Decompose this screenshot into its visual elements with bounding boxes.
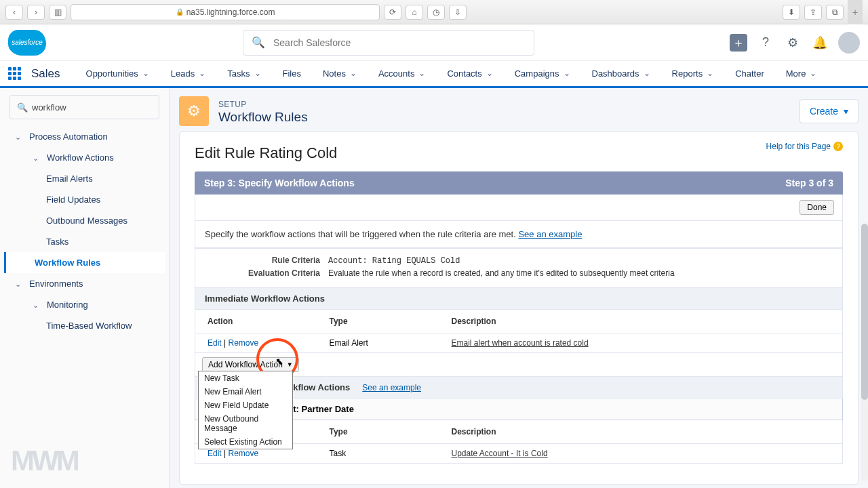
menu-new-outbound-message[interactable]: New Outbound Message xyxy=(199,412,292,435)
tree-time-based-workflow[interactable]: Time-Based Workflow xyxy=(4,315,165,336)
search-icon: 🔍 xyxy=(17,102,28,113)
remove-link[interactable]: Remove xyxy=(228,449,258,458)
sidebar-toggle[interactable]: ▥ xyxy=(49,5,66,20)
watermark: MWM xyxy=(11,445,77,477)
setup-gear-icon: ⚙ xyxy=(179,96,209,126)
global-add-icon[interactable]: ＋ xyxy=(730,34,747,52)
row-type: Task xyxy=(317,444,439,464)
app-name: Sales xyxy=(31,67,60,81)
row-description[interactable]: Email alert when account is rated cold xyxy=(452,338,589,348)
eval-criteria-label: Evaluation Criteria xyxy=(205,268,320,278)
global-search[interactable]: 🔍 xyxy=(243,30,534,56)
help-icon[interactable]: ? xyxy=(757,34,774,52)
share-icon[interactable]: ⇪ xyxy=(804,5,822,20)
downloads-button[interactable]: ⇩ xyxy=(449,5,467,20)
nav-more[interactable]: More xyxy=(775,61,828,86)
rule-criteria-value: Account: Rating EQUALS Cold xyxy=(328,256,460,266)
back-button[interactable]: ‹ xyxy=(5,5,23,20)
edit-link[interactable]: Edit xyxy=(208,449,222,458)
help-link[interactable]: Help for this Page? xyxy=(766,142,843,151)
app-nav: Sales Opportunities Leads Tasks Files No… xyxy=(0,61,868,88)
tree-outbound-messages[interactable]: Outbound Messages xyxy=(4,210,165,231)
tree-field-updates[interactable]: Field Updates xyxy=(4,189,165,210)
url-bar[interactable]: 🔒 na35.lightning.force.com xyxy=(71,4,380,20)
table-row: Edit | Remove Email Alert Email alert wh… xyxy=(195,333,843,353)
lock-icon: 🔒 xyxy=(176,8,184,16)
search-icon: 🔍 xyxy=(252,36,265,49)
browser-toolbar: ‹ › ▥ 🔒 na35.lightning.force.com ⟳ ⌂ ◷ ⇩… xyxy=(0,0,868,24)
tree-process-automation[interactable]: Process Automation xyxy=(4,126,165,147)
create-button[interactable]: Create▾ xyxy=(800,99,859,123)
tree-tasks[interactable]: Tasks xyxy=(4,231,165,252)
main-panel: Edit Rule Rating Cold Help for this Page… xyxy=(179,131,859,485)
rule-criteria-label: Rule Criteria xyxy=(205,256,320,266)
row-type: Email Alert xyxy=(317,333,439,353)
notifications-icon[interactable]: 🔔 xyxy=(811,34,829,52)
history-button[interactable]: ◷ xyxy=(427,5,445,20)
new-tab-button[interactable]: + xyxy=(848,0,863,24)
home-button[interactable]: ⌂ xyxy=(406,5,423,20)
instruction-text: Specify the workflow actions that will b… xyxy=(195,221,843,248)
see-example-link-2[interactable]: See an example xyxy=(362,383,421,392)
chevron-down-icon: ▼ xyxy=(287,361,293,368)
nav-files[interactable]: Files xyxy=(272,61,312,86)
scrollbar-thumb[interactable] xyxy=(861,224,868,400)
content-area: ⚙ SETUP Workflow Rules Create▾ Edit Rule… xyxy=(170,88,868,488)
tabs-icon[interactable]: ⧉ xyxy=(826,5,844,20)
setup-title: Workflow Rules xyxy=(218,110,308,125)
nav-dashboards[interactable]: Dashboards xyxy=(581,61,661,86)
cursor-icon: ⬉ xyxy=(275,356,283,367)
nav-opportunities[interactable]: Opportunities xyxy=(75,61,160,86)
nav-reports[interactable]: Reports xyxy=(661,61,725,86)
done-button[interactable]: Done xyxy=(800,200,834,215)
see-example-link[interactable]: See an example xyxy=(518,229,582,239)
search-input[interactable] xyxy=(273,37,526,48)
download-circle-icon[interactable]: ⬇ xyxy=(783,5,800,20)
forward-button[interactable]: › xyxy=(27,5,45,20)
menu-new-task[interactable]: New Task xyxy=(199,371,292,385)
nav-tasks[interactable]: Tasks xyxy=(216,61,271,86)
nav-contacts[interactable]: Contacts xyxy=(436,61,503,86)
scrollbar[interactable] xyxy=(861,224,868,481)
reload-button[interactable]: ⟳ xyxy=(384,5,401,20)
sidebar-search-value: workflow xyxy=(32,102,66,113)
immediate-actions-header: Immediate Workflow Actions xyxy=(195,288,843,310)
salesforce-header: salesforce 🔍 ＋ ? ⚙ 🔔 xyxy=(0,24,868,61)
col-type: Type xyxy=(317,420,439,444)
menu-new-email-alert[interactable]: New Email Alert xyxy=(199,385,292,399)
menu-new-field-update[interactable]: New Field Update xyxy=(199,399,292,412)
url-text: na35.lightning.force.com xyxy=(186,7,275,17)
col-type: Type xyxy=(317,310,439,333)
setup-label: SETUP xyxy=(218,100,247,109)
gear-icon[interactable]: ⚙ xyxy=(784,34,802,52)
row-description[interactable]: Update Account - It is Cold xyxy=(452,449,548,458)
nav-campaigns[interactable]: Campaigns xyxy=(504,61,581,86)
tree-workflow-rules[interactable]: Workflow Rules xyxy=(4,252,165,273)
remove-link[interactable]: Remove xyxy=(228,338,258,348)
tree-workflow-actions[interactable]: Workflow Actions xyxy=(4,147,165,168)
col-action: Action xyxy=(195,310,317,333)
col-description: Description xyxy=(439,420,843,444)
salesforce-logo: salesforce xyxy=(8,30,46,56)
nav-notes[interactable]: Notes xyxy=(312,61,368,86)
avatar[interactable] xyxy=(838,32,860,54)
col-description: Description xyxy=(439,310,843,333)
tree-environments[interactable]: Environments xyxy=(4,273,165,294)
setup-sidebar: 🔍 workflow Process Automation Workflow A… xyxy=(0,88,170,488)
sidebar-search[interactable]: 🔍 workflow xyxy=(9,95,159,119)
nav-accounts[interactable]: Accounts xyxy=(368,61,436,86)
chevron-down-icon: ▾ xyxy=(844,106,848,117)
page-title: Edit Rule Rating Cold xyxy=(195,144,843,162)
tree-email-alerts[interactable]: Email Alerts xyxy=(4,168,165,189)
nav-chatter[interactable]: Chatter xyxy=(724,61,775,86)
add-action-menu: New Task New Email Alert New Field Updat… xyxy=(198,371,293,449)
edit-link[interactable]: Edit xyxy=(208,338,222,348)
help-icon: ? xyxy=(833,142,843,151)
nav-leads[interactable]: Leads xyxy=(160,61,216,86)
tree-monitoring[interactable]: Monitoring xyxy=(4,294,165,315)
eval-criteria-value: Evaluate the rule when a record is creat… xyxy=(328,268,675,278)
app-launcher-icon[interactable] xyxy=(8,67,22,81)
add-workflow-action-button[interactable]: Add Workflow Action▼ xyxy=(202,357,299,372)
menu-select-existing[interactable]: Select Existing Action xyxy=(199,435,292,449)
immediate-actions-table: Action Type Description Edit | Remove Em… xyxy=(195,310,843,353)
